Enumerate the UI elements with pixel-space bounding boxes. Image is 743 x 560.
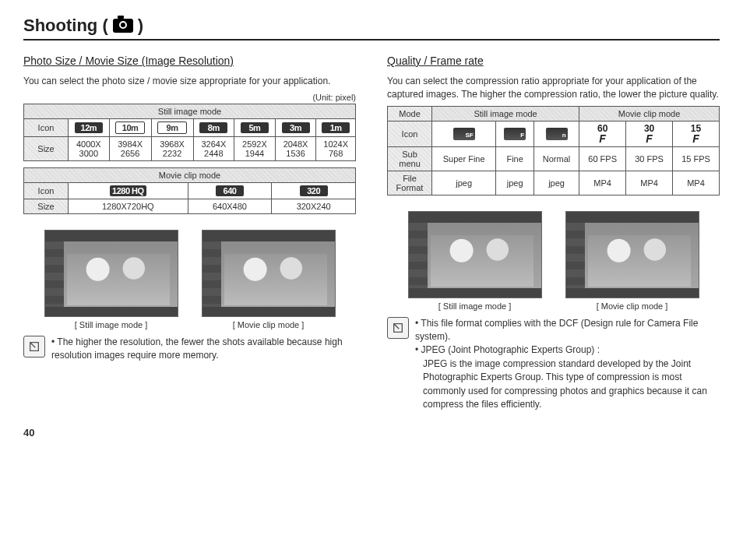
note-list-right: This file format complies with the DCF (… [415, 317, 720, 412]
msize-1: 640X480 [188, 199, 272, 213]
jpeg-detail: JPEG is the image compression standard d… [415, 357, 720, 412]
shot-still-image [44, 230, 178, 317]
qicon-n: n [533, 121, 579, 146]
icon-10m: 10m [109, 118, 151, 136]
note-list-left: The higher the resolution, the fewer the… [51, 336, 356, 363]
left-column: Photo Size / Movie Size (Image Resolutio… [23, 55, 356, 411]
note-item: The higher the resolution, the fewer the… [51, 336, 356, 363]
col-mode: Mode [388, 106, 432, 121]
icon-1280: 1280 HQ [69, 182, 188, 199]
content-columns: Photo Size / Movie Size (Image Resolutio… [23, 55, 720, 411]
ff-4: MP4 [626, 171, 673, 195]
row-icon-label: Icon [24, 118, 69, 136]
still-image-table: Still image mode Icon 12m 10m 9m 8m 5m 3… [23, 104, 356, 161]
rshot-movie-image [565, 211, 699, 298]
rshot-still-wrap: [ Still image mode ] [408, 211, 542, 311]
shot-still-wrap: [ Still image mode ] [44, 230, 178, 329]
size-2: 3968X 2232 [151, 136, 193, 160]
note-dcf: This file format complies with the DCF (… [415, 317, 720, 344]
page-number: 40 [23, 427, 720, 438]
unit-label: (Unit: pixel) [23, 93, 356, 102]
size-6: 1024X 768 [316, 136, 356, 160]
col-still: Still image mode [432, 106, 579, 121]
rshot-still-image [408, 211, 542, 298]
ff-5: MP4 [673, 171, 720, 195]
ff-2: jpeg [533, 171, 579, 195]
intro-text-right: You can select the compression ratio app… [387, 75, 720, 101]
movie-clip-table: Movie clip mode Icon 1280 HQ 640 320 Siz… [23, 167, 356, 214]
col-movie: Movie clip mode [579, 106, 720, 121]
size-5: 2048X 1536 [275, 136, 316, 160]
note-icon [387, 317, 409, 339]
sub-2: Normal [533, 146, 579, 171]
row-sub: Sub menu [388, 146, 432, 171]
note-right: This file format complies with the DCF (… [387, 317, 720, 412]
note-left: The higher the resolution, the fewer the… [23, 336, 356, 363]
sub-5: 15 FPS [673, 146, 720, 171]
icon-320: 320 [272, 182, 356, 199]
shot-movie-image [202, 230, 336, 317]
sub-3: 60 FPS [579, 146, 626, 171]
rshot-movie-wrap: [ Movie clip mode ] [565, 211, 699, 311]
quality-table: Mode Still image mode Movie clip mode Ic… [387, 106, 720, 195]
size-0: 4000X 3000 [69, 136, 110, 160]
note-jpeg: JPEG (Joint Photographic Experts Group) … [415, 343, 720, 411]
movie-header: Movie clip mode [24, 167, 356, 182]
shot-still-caption: [ Still image mode ] [44, 320, 178, 329]
note-icon [23, 336, 45, 357]
sub-4: 30 FPS [626, 146, 673, 171]
intro-text-left: You can select the photo size / movie si… [23, 75, 356, 88]
icon-5m: 5m [234, 118, 276, 136]
msize-0: 1280X720HQ [69, 199, 188, 213]
icon-1m: 1m [316, 118, 356, 136]
ff-1: jpeg [496, 171, 534, 195]
fps-15-icon: 15F [673, 121, 720, 146]
qicon-f: F [496, 121, 534, 146]
fps-30-icon: 30F [626, 121, 673, 146]
camera-icon [113, 19, 133, 33]
size-1: 3984X 2656 [109, 136, 151, 160]
size-3: 3264X 2448 [193, 136, 234, 160]
row-icon-label-movie: Icon [24, 182, 69, 199]
still-header: Still image mode [24, 104, 356, 118]
fps-60-icon: 60F [579, 121, 626, 146]
title-suffix: ) [138, 16, 143, 36]
msize-2: 320X240 [272, 199, 356, 213]
row-file: File Format [388, 171, 432, 195]
size-4: 2592X 1944 [234, 136, 276, 160]
shot-movie-caption: [ Movie clip mode ] [202, 320, 336, 329]
sub-0: Super Fine [432, 146, 496, 171]
row-size-label-movie: Size [24, 199, 69, 213]
rshot-movie-caption: [ Movie clip mode ] [565, 301, 699, 311]
section-title-photo-size: Photo Size / Movie Size (Image Resolutio… [23, 55, 356, 67]
right-column: Quality / Frame rate You can select the … [387, 55, 720, 411]
row-size-label: Size [24, 136, 69, 160]
row-icon: Icon [388, 121, 432, 146]
right-screenshots: [ Still image mode ] [ Movie clip mode ] [387, 211, 720, 311]
left-screenshots: [ Still image mode ] [ Movie clip mode ] [23, 230, 356, 329]
icon-8m: 8m [193, 118, 234, 136]
qicon-sf: SF [432, 121, 496, 146]
icon-640: 640 [188, 182, 272, 199]
icon-9m: 9m [151, 118, 193, 136]
icon-12m: 12m [69, 118, 110, 136]
sub-1: Fine [496, 146, 534, 171]
ff-3: MP4 [579, 171, 626, 195]
section-title-quality: Quality / Frame rate [387, 55, 720, 67]
rshot-still-caption: [ Still image mode ] [408, 301, 542, 311]
title-prefix: Shooting ( [23, 16, 108, 36]
icon-3m: 3m [275, 118, 316, 136]
page-title: Shooting ( ) [23, 16, 720, 41]
ff-0: jpeg [432, 171, 496, 195]
shot-movie-wrap: [ Movie clip mode ] [202, 230, 336, 329]
